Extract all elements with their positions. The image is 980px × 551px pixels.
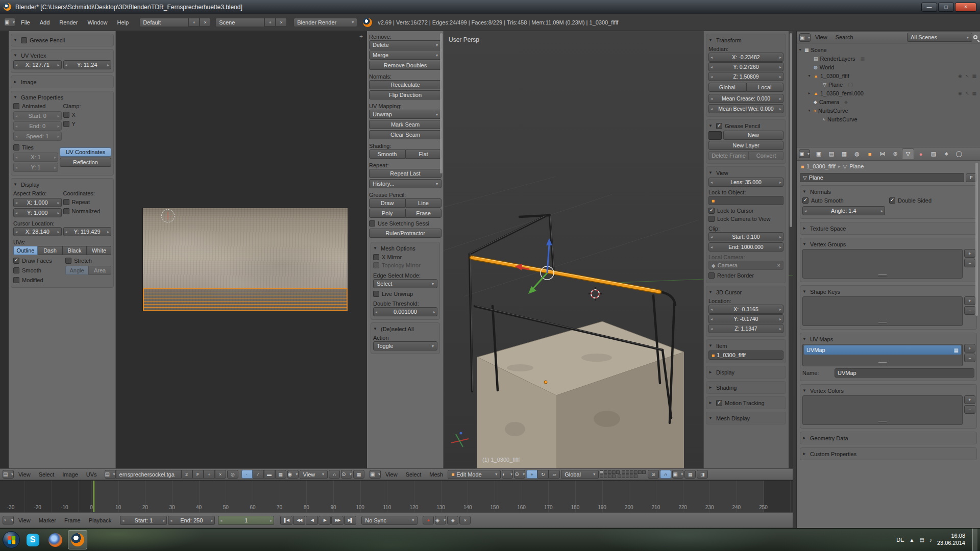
- tl-menu-marker[interactable]: Marker: [35, 516, 60, 524]
- layer-cell[interactable]: [622, 474, 625, 478]
- panel-display[interactable]: Display Aspect Ratio: X: 1.000 Y: 1.000 …: [11, 178, 114, 288]
- repeat-last-button[interactable]: Repeat Last: [369, 169, 442, 178]
- clip-end-field[interactable]: End: 1000.000: [708, 242, 783, 252]
- volume-icon[interactable]: ♪: [929, 537, 932, 543]
- panel-vertex-colors[interactable]: Vertex Colors + −: [800, 384, 977, 429]
- panel-transform[interactable]: Transform Median: X: -0.23482 Y: 0.27260…: [706, 34, 786, 117]
- uv-maps-list[interactable]: UVMap ▦: [802, 344, 963, 366]
- cursor-z-field[interactable]: Z: 1.1347: [708, 324, 783, 333]
- double-threshold-field[interactable]: 0.001000: [373, 307, 437, 316]
- expand-icon[interactable]: ▸: [807, 91, 812, 95]
- minimize-button[interactable]: —: [921, 3, 937, 12]
- panel-mesh-options[interactable]: Mesh Options X Mirror Topology Mirror Ed…: [371, 242, 440, 320]
- render-border-checkbox[interactable]: Render Border: [708, 271, 783, 280]
- layer-cell[interactable]: [634, 470, 638, 474]
- layer-cell[interactable]: [622, 470, 625, 474]
- layer-cell[interactable]: [612, 474, 616, 478]
- uv-display-black[interactable]: Black: [62, 246, 87, 255]
- animated-checkbox[interactable]: Animated: [13, 102, 62, 110]
- uv-display-dash[interactable]: Dash: [38, 246, 62, 255]
- proportional-edit-icon[interactable]: ⊙: [341, 470, 352, 479]
- tl-menu-frame[interactable]: Frame: [61, 516, 84, 524]
- menu-file[interactable]: File: [17, 18, 34, 27]
- shade-flat-button[interactable]: Flat: [405, 149, 442, 159]
- layer-cell[interactable]: [630, 474, 633, 478]
- frame-end-field[interactable]: End: 250: [168, 516, 215, 525]
- tab-texture[interactable]: ▨: [927, 148, 940, 159]
- layer-cell[interactable]: [608, 470, 611, 474]
- layer-cell[interactable]: [612, 470, 616, 474]
- repeat-checkbox[interactable]: Repeat: [63, 198, 112, 206]
- editor-type-timeline-icon[interactable]: ◔: [3, 516, 14, 524]
- taskbar-firefox[interactable]: [45, 530, 65, 549]
- layer-cell[interactable]: [604, 474, 607, 478]
- expand-icon[interactable]: ▾: [798, 47, 802, 52]
- show-desktop-button[interactable]: [972, 529, 977, 551]
- edge-select-mode-menu[interactable]: Select: [373, 279, 437, 288]
- selectability-icon[interactable]: ↖: [965, 73, 969, 79]
- tab-object[interactable]: ■: [864, 148, 876, 159]
- lock-icon[interactable]: ⊘: [648, 470, 659, 479]
- cursor-y-field[interactable]: Y: -0.1740: [708, 314, 783, 323]
- region-split-icon[interactable]: +: [359, 33, 363, 40]
- draw-faces-checkbox[interactable]: Draw Faces: [13, 257, 64, 265]
- pivot-point-selector[interactable]: ⊙: [514, 470, 525, 479]
- pin-icon[interactable]: ◎: [227, 470, 238, 479]
- tab-scene[interactable]: ▦: [838, 148, 850, 159]
- vertex-colors-list[interactable]: [802, 395, 963, 425]
- close-button[interactable]: ×: [955, 3, 976, 12]
- tiles-x-field[interactable]: X: 1: [13, 153, 58, 162]
- add-uv-map-button[interactable]: +: [964, 344, 975, 353]
- browse-image-button[interactable]: ▤: [105, 470, 116, 479]
- smooth-checkbox[interactable]: Smooth: [13, 266, 64, 274]
- timeline-ruler[interactable]: -30-20-100102030405060708090100110120130…: [0, 480, 793, 512]
- expand-icon[interactable]: ▾: [807, 108, 812, 113]
- cursor-x-field[interactable]: X: -0.3165: [708, 305, 783, 314]
- next-keyframe-button[interactable]: ▶▶: [331, 516, 344, 525]
- tab-particles[interactable]: ∗: [940, 148, 952, 159]
- layer-cell[interactable]: [608, 474, 611, 478]
- tl-menu-playback[interactable]: Playback: [85, 516, 115, 524]
- tab-object-data[interactable]: ▽: [902, 148, 914, 159]
- layer-cell[interactable]: [630, 470, 633, 474]
- item-name-field[interactable]: ■ 1_0300_flflf: [708, 350, 783, 360]
- uv-menu-image[interactable]: Image: [59, 470, 82, 479]
- uv-image-editor-canvas[interactable]: + + Grease Pencil UV Vertex X: 127.71 Y:…: [0, 31, 367, 468]
- remove-doubles-button[interactable]: Remove Doubles: [369, 61, 442, 70]
- uv-map-name-field[interactable]: UVMap: [835, 368, 974, 378]
- editor-type-outliner-icon[interactable]: ▣: [799, 33, 811, 42]
- delete-keyframe-icon[interactable]: ×: [459, 516, 471, 524]
- panel-vertex-groups[interactable]: Vertex Groups + −: [800, 238, 977, 282]
- tab-render[interactable]: ▣: [813, 148, 825, 159]
- vp-menu-mesh[interactable]: Mesh: [426, 470, 447, 479]
- gp-new-button[interactable]: New: [723, 131, 783, 140]
- panel-item[interactable]: Item ■ 1_0300_flflf: [706, 339, 786, 363]
- panel-grease-pencil-3d[interactable]: Grease Pencil New New Layer Delete Frame…: [706, 119, 786, 164]
- uv-map-list-item[interactable]: UVMap ▦: [804, 345, 961, 355]
- renderability-icon[interactable]: ▦: [972, 91, 976, 96]
- new-image-button[interactable]: +: [204, 470, 215, 479]
- clamp-x-checkbox[interactable]: X: [63, 111, 112, 119]
- selectability-icon[interactable]: ↖: [965, 91, 969, 96]
- search-icon[interactable]: [973, 35, 977, 39]
- editor-type-3d-icon[interactable]: ▣: [370, 470, 381, 479]
- motion-tracking-checkbox[interactable]: [716, 400, 722, 406]
- taskbar-skype[interactable]: S: [23, 530, 42, 549]
- panel-game-properties[interactable]: Game Properties Animated Start: 0 End: 0…: [11, 91, 114, 176]
- screen-layout-selector[interactable]: Default: [139, 18, 188, 27]
- render-engine-selector[interactable]: Blender Render: [293, 18, 357, 27]
- sketching-sessions-checkbox[interactable]: Use Sketching Sessi: [369, 219, 442, 228]
- menu-window[interactable]: Window: [83, 18, 111, 27]
- double-sided-checkbox[interactable]: Double Sided: [889, 196, 974, 205]
- gp-delete-frame-button[interactable]: Delete Frame: [708, 151, 749, 160]
- transform-local-toggle[interactable]: Local: [746, 83, 784, 92]
- breadcrumb-object[interactable]: 1_0300_flflf: [806, 163, 836, 169]
- add-shape-key-button[interactable]: +: [964, 296, 975, 305]
- uv-vertex-y[interactable]: Y: 11.24: [63, 60, 112, 69]
- aspect-x-field[interactable]: X: 1.000: [13, 198, 62, 207]
- menu-add[interactable]: Add: [36, 18, 54, 27]
- image-name-field[interactable]: ernsprechersockel.tga: [116, 470, 181, 479]
- editor-type-properties-icon[interactable]: ▣: [799, 149, 810, 158]
- outliner-row-renderlayers[interactable]: ▤ RenderLayers ▦: [798, 54, 979, 63]
- layer-cell[interactable]: [634, 474, 638, 478]
